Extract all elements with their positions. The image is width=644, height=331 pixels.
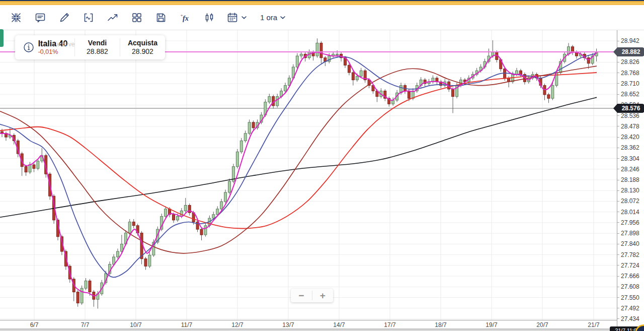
timeframe-value: 1 ora bbox=[260, 13, 277, 22]
price-tick-label: 28.304 bbox=[617, 155, 639, 162]
ma-lines-layer bbox=[0, 52, 597, 296]
price-tick-label: 27.434 bbox=[617, 315, 639, 322]
time-axis-label: 17/7 bbox=[381, 321, 399, 328]
notes-button[interactable] bbox=[33, 11, 47, 25]
info-icon[interactable] bbox=[23, 42, 34, 53]
indicators-icon bbox=[83, 12, 95, 24]
sell-button[interactable]: Vendi 28.882 bbox=[75, 35, 120, 59]
price-tick-label: 27.840 bbox=[617, 240, 639, 247]
ma-200-line bbox=[0, 97, 597, 217]
time-axis[interactable]: 6/77/710/711/712/713/714/717/718/719/720… bbox=[0, 320, 617, 328]
time-axis-label: 19/7 bbox=[482, 321, 501, 328]
price-tick-label: 27.724 bbox=[617, 262, 639, 269]
price-tick-label: 28.478 bbox=[617, 123, 639, 130]
zoom-out-button[interactable]: − bbox=[291, 289, 312, 302]
trend-arrow-icon bbox=[107, 12, 119, 24]
time-axis-label: 10/7 bbox=[127, 321, 145, 328]
price-tick-label: 27.608 bbox=[617, 283, 639, 290]
time-axis-label: 7/7 bbox=[76, 321, 94, 328]
price-tick-label: 27.666 bbox=[617, 273, 639, 280]
trend-lines-button[interactable] bbox=[106, 11, 120, 25]
time-axis-label: 11/7 bbox=[178, 321, 196, 328]
fx-glyph: fx bbox=[183, 14, 189, 22]
collapse-button[interactable] bbox=[9, 11, 23, 25]
indicators-button[interactable] bbox=[82, 11, 96, 25]
timeframe-dropdown[interactable]: 1 ora bbox=[257, 13, 286, 22]
chevron-down-icon bbox=[241, 16, 247, 20]
price-tick-label: 28.014 bbox=[617, 209, 639, 216]
fx-icon: + fx bbox=[179, 12, 191, 24]
price-tick-label: 27.492 bbox=[617, 305, 639, 312]
price-tick-label: 28.768 bbox=[617, 70, 639, 77]
trading-app-window: + fx 1 ora e di ve bbox=[0, 0, 644, 331]
buy-button[interactable]: Acquista 28.902 bbox=[120, 35, 165, 59]
candles-layer bbox=[1, 38, 598, 308]
save-icon bbox=[155, 12, 167, 24]
buy-price: 28.902 bbox=[132, 47, 153, 56]
price-tick-label: 27.956 bbox=[617, 219, 639, 226]
time-axis-label: 12/7 bbox=[228, 321, 247, 328]
price-tick-label: 27.898 bbox=[617, 230, 639, 237]
gridlines-layer bbox=[0, 30, 617, 320]
price-tick-label: 28.826 bbox=[617, 58, 639, 65]
price-tick-label: 27.550 bbox=[617, 294, 639, 301]
price-tick-label: 28.420 bbox=[617, 134, 639, 141]
ma-medium-line bbox=[0, 53, 597, 278]
sell-price: 28.882 bbox=[87, 47, 108, 56]
price-tick-label: 27.782 bbox=[617, 251, 639, 258]
calendar-icon bbox=[226, 12, 238, 24]
save-button[interactable] bbox=[154, 11, 168, 25]
price-tick-label: 28.362 bbox=[617, 144, 639, 151]
sell-label: Vendi bbox=[88, 39, 107, 47]
time-axis-label: 18/7 bbox=[432, 321, 450, 328]
grid-layout-icon bbox=[131, 12, 143, 24]
pencil-icon bbox=[58, 12, 70, 24]
calendar-dropdown[interactable] bbox=[226, 12, 247, 24]
price-tick-label: 28.536 bbox=[617, 112, 639, 119]
time-axis-label: 14/7 bbox=[330, 321, 348, 328]
instrument-card: Italia 40 -0,01% Vendi 28.882 Acquista 2… bbox=[15, 35, 165, 59]
price-tick-label: 28.072 bbox=[617, 197, 639, 205]
price-tick-label: 28.246 bbox=[617, 166, 639, 173]
collapse-icon bbox=[10, 12, 22, 24]
zoom-in-button[interactable]: + bbox=[312, 289, 334, 302]
ma-long-line bbox=[0, 73, 597, 229]
buy-label: Acquista bbox=[128, 39, 157, 47]
time-axis-label: 20/7 bbox=[533, 321, 551, 328]
candlestick-icon bbox=[203, 12, 215, 24]
chart-area: e di ve Italia 40 -0,01% Vendi 28 bbox=[0, 30, 644, 331]
current-price-badge: 28.882 bbox=[613, 47, 644, 56]
instrument-name: Italia 40 bbox=[38, 39, 68, 48]
price-tick-label: 28.652 bbox=[617, 91, 639, 98]
notes-icon bbox=[34, 12, 46, 24]
time-axis-label: 6/7 bbox=[25, 321, 43, 328]
price-axis[interactable]: 27.43427.49227.55027.60827.66627.72427.7… bbox=[617, 30, 644, 328]
chart-toolbar: + fx 1 ora bbox=[0, 5, 644, 30]
chart-type-button[interactable] bbox=[202, 11, 216, 25]
layouts-button[interactable] bbox=[130, 11, 144, 25]
reference-price-badge: 28.576 bbox=[613, 104, 644, 113]
price-chart-canvas[interactable] bbox=[0, 30, 617, 320]
instrument-change: -0,01% bbox=[38, 48, 68, 56]
time-axis-label: 13/7 bbox=[279, 321, 297, 328]
functions-button[interactable]: + fx bbox=[178, 11, 192, 25]
price-tick-label: 28.130 bbox=[617, 187, 639, 194]
price-tick-label: 28.188 bbox=[617, 176, 639, 183]
time-axis-label: 21/7 bbox=[585, 321, 603, 328]
chevron-down-icon bbox=[280, 16, 286, 20]
zoom-controls: − + bbox=[291, 289, 333, 302]
instrument-info[interactable]: Italia 40 -0,01% bbox=[15, 35, 74, 59]
price-tick-label: 28.710 bbox=[617, 80, 639, 87]
price-tick-label: 28.942 bbox=[617, 37, 639, 44]
horizontal-scrollbar[interactable] bbox=[0, 328, 644, 331]
top-gold-strip bbox=[0, 1, 644, 5]
draw-button[interactable] bbox=[57, 11, 71, 25]
side-panel-tab[interactable] bbox=[0, 29, 4, 47]
